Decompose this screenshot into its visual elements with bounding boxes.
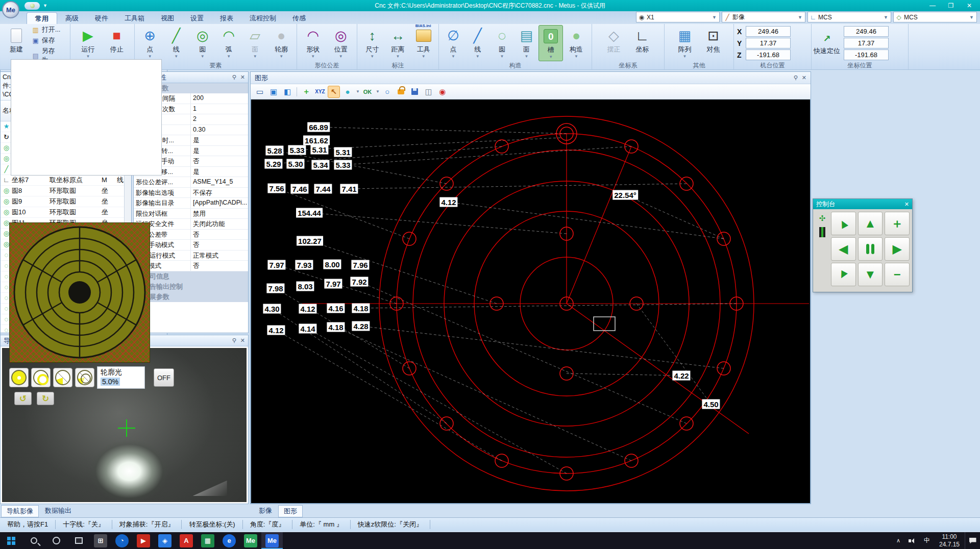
ribbon-tab[interactable]: 流程控制	[241, 12, 284, 24]
ring-light-wheel[interactable]	[9, 222, 150, 363]
ribbon-tab[interactable]: 工具箱	[116, 12, 153, 24]
selection-rectangle[interactable]	[594, 317, 615, 331]
taskbar-app-3[interactable]: ▶	[133, 532, 154, 549]
taskbar-app-7[interactable]: e	[218, 532, 240, 549]
taskbar-clock[interactable]: 11:00 24.7.15	[934, 533, 965, 548]
construct-circle-button[interactable]: 圆▼	[490, 25, 514, 61]
property-row[interactable]: 使用手动模式 否	[134, 240, 248, 251]
property-row[interactable]: CNC运行模式 正常模式	[134, 251, 248, 261]
jog-up-button[interactable]: ▲	[858, 212, 883, 235]
element-line-button[interactable]: 线▼	[163, 25, 190, 61]
taskbar-app-me-active[interactable]: Me	[261, 532, 283, 549]
jog-left-button[interactable]: ◀	[831, 237, 856, 261]
light-ring-button[interactable]	[31, 368, 51, 387]
panel-close-icon[interactable]	[240, 337, 245, 344]
property-group-collapsed[interactable]: +报告输出控制	[134, 282, 248, 292]
maximize-button[interactable]: ❐	[942, 1, 960, 11]
taskbar-app-2[interactable]: ◔	[111, 532, 133, 549]
program-list-row[interactable]: 坐标7 取坐标原点 M 线...	[1, 175, 131, 186]
program-list-row[interactable]: 圆8 环形取圆 坐	[1, 186, 131, 196]
chevron-down-icon[interactable]: ▼	[884, 15, 891, 20]
construct-plane-button[interactable]: 面▼	[514, 25, 538, 61]
color-button[interactable]	[341, 86, 354, 98]
box-select-button[interactable]	[254, 86, 266, 98]
pin-icon[interactable]	[794, 74, 798, 81]
dimension-button[interactable]: 尺寸▼	[359, 25, 385, 61]
tray-expand-icon[interactable]: ∧	[892, 537, 904, 544]
xyz-display-button[interactable]: XYZ	[314, 86, 326, 98]
circle-display-button[interactable]	[381, 86, 394, 98]
jog-z-plus-button[interactable]: ＋	[885, 212, 910, 235]
light-full-button[interactable]	[9, 368, 29, 387]
dock-tab[interactable]: 数据输出	[40, 505, 77, 517]
start-button[interactable]	[0, 532, 22, 549]
run-button[interactable]: 运行▼	[74, 25, 103, 61]
group-button[interactable]	[423, 86, 435, 98]
status-item[interactable]: 帮助，请按F1	[0, 520, 56, 529]
app-logo[interactable]: Me	[2, 1, 19, 18]
chevron-down-icon[interactable]: ▼	[969, 15, 976, 20]
property-row[interactable]: 形位公差评... ASME_Y14_5	[134, 177, 248, 188]
light-sector-button[interactable]	[53, 368, 72, 387]
jog-pause-button[interactable]	[858, 237, 883, 261]
ribbon-tab[interactable]: 传感	[284, 12, 314, 24]
array-button[interactable]: 阵列▼	[671, 25, 699, 61]
ok-button[interactable]: OK	[361, 86, 374, 98]
ribbon-tab[interactable]: 硬件	[87, 12, 116, 24]
record-button[interactable]	[436, 86, 449, 98]
jog-z-minus-button[interactable]: −	[885, 263, 910, 286]
element-point-button[interactable]: 点▼	[137, 25, 163, 61]
property-row[interactable]: 影像输出目录 [AppPath]\CADPi...	[134, 198, 248, 209]
tool-button[interactable]: BIAS.ini 工具▼	[411, 25, 436, 61]
status-item[interactable]: 十字线:『关』	[56, 520, 112, 529]
ribbon-tab[interactable]: 高级	[57, 12, 87, 24]
focus-button[interactable]: 对焦	[699, 25, 728, 61]
light-off-button[interactable]: OFF	[154, 368, 174, 387]
lock-button[interactable]	[395, 86, 407, 98]
rotate-cw-button[interactable]: ↻	[37, 392, 54, 405]
property-group-collapsed[interactable]: +扩展参数	[134, 292, 248, 302]
coordinate-button[interactable]: 坐标	[628, 25, 657, 61]
distance-button[interactable]: 距离▼	[385, 25, 410, 61]
language-indicator[interactable]: 中	[920, 536, 934, 545]
dock-tab[interactable]: 图形	[278, 505, 303, 517]
taskbar-app-4[interactable]: ◈	[154, 532, 176, 549]
add-button[interactable]	[300, 86, 312, 98]
element-circle-button[interactable]: 圆▼	[189, 25, 216, 61]
taskbar-app-6[interactable]: ▦	[197, 532, 218, 549]
taskbar-app-5[interactable]: A	[176, 532, 197, 549]
status-item[interactable]: 转至极坐标:(关)	[182, 520, 242, 529]
stop-button[interactable]: 停止	[103, 25, 131, 61]
minimize-button[interactable]: —	[924, 1, 941, 11]
snap-mode-button[interactable]	[328, 86, 340, 98]
property-row[interactable]: 显示公差带 否	[134, 230, 248, 240]
ribbon-tab[interactable]: 报表	[212, 12, 241, 24]
pin-icon[interactable]	[232, 74, 236, 81]
quick-access-caret-icon[interactable]: ▼	[43, 3, 47, 8]
save-button[interactable]: 保存	[32, 36, 67, 45]
program-list-row[interactable]: 圆10 环形取圆 坐	[1, 207, 131, 218]
graphics-canvas[interactable]: 66.89 161.62 5.28 5.33 5.31 5.31 5.29 5.…	[251, 99, 811, 504]
gdt-position-button[interactable]: 位置▼	[327, 25, 355, 61]
chevron-down-icon[interactable]: ▼	[798, 15, 805, 20]
panel-close-icon[interactable]	[802, 74, 806, 81]
ribbon-tab[interactable]: 设置	[182, 12, 212, 24]
taskbar-app-me-green[interactable]: Me	[240, 532, 261, 549]
property-row[interactable]: 飞拍模式 否	[134, 261, 248, 271]
construct-line-button[interactable]: 线▼	[465, 25, 490, 61]
status-item[interactable]: 角度:『度』	[243, 520, 293, 529]
construct-button[interactable]: 构造▼	[563, 25, 590, 61]
property-row[interactable]: 运行安全文件 关闭此功能	[134, 219, 248, 230]
status-item[interactable]: 单位:『 mm 』	[292, 520, 351, 529]
save-view-button[interactable]	[409, 86, 421, 98]
light-segment-button[interactable]	[75, 368, 94, 387]
quick-access-button[interactable]	[24, 2, 40, 10]
dock-tab[interactable]: 导航影像	[1, 505, 39, 517]
taskbar-app-1[interactable]: ⊞	[90, 532, 111, 549]
jog-speed-icon[interactable]	[819, 227, 825, 237]
jog-up-left-button[interactable]: ▲	[831, 212, 856, 235]
element-arc-button[interactable]: 弧▼	[216, 25, 242, 61]
assistant-button[interactable]	[45, 532, 67, 549]
property-row[interactable]: 影像输出选项 不保存	[134, 188, 248, 198]
property-row[interactable]: 限位对话框 禁用	[134, 209, 248, 219]
